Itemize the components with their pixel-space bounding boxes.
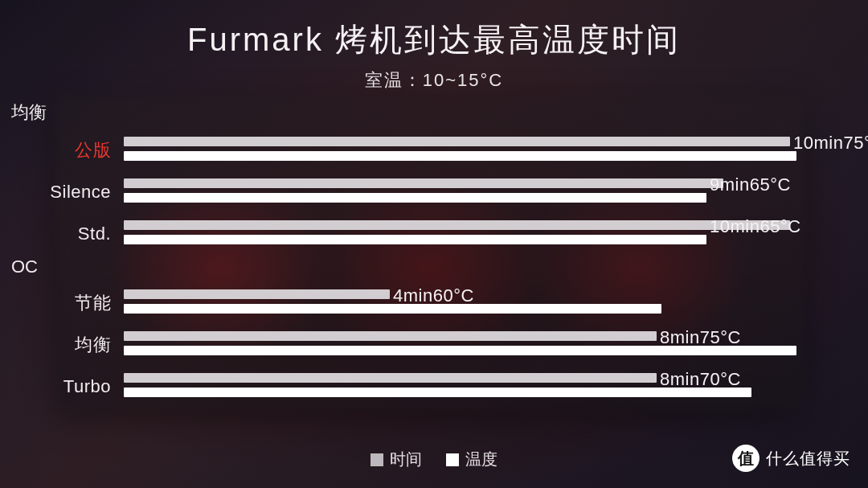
bar-row: Turbo 8min70°C xyxy=(2,366,868,408)
legend-item-temp: 温度 xyxy=(446,449,497,470)
bar-row: 均衡 8min75°C xyxy=(2,324,868,366)
row-label: 节能 xyxy=(2,291,124,315)
watermark-text: 什么值得买 xyxy=(766,448,850,470)
bar-track: 4min60°C xyxy=(124,286,823,320)
chart-title: Furmark 烤机到达最高温度时间 xyxy=(0,0,868,62)
bar-track: 8min75°C xyxy=(124,328,823,362)
furmark-temperature-chart: Furmark 烤机到达最高温度时间 室温：10~15°C 均衡 公版 10mi… xyxy=(0,0,868,488)
bar-value-label: 10min65°C xyxy=(710,216,801,237)
row-label: 均衡 xyxy=(2,333,124,357)
bar-time xyxy=(124,220,790,230)
bar-value-label: 8min70°C xyxy=(660,369,741,390)
bar-time xyxy=(124,373,657,383)
bar-track: 9min65°C xyxy=(124,175,823,209)
bar-time xyxy=(124,289,390,299)
bar-track: 10min75°C xyxy=(124,133,823,167)
chart-subtitle: 室温：10~15°C xyxy=(0,68,868,92)
bar-time xyxy=(124,178,723,188)
watermark-badge-icon: 值 xyxy=(732,445,760,472)
watermark: 值 什么值得买 xyxy=(732,445,850,472)
bar-row: 节能 4min60°C xyxy=(2,282,868,324)
row-label: Turbo xyxy=(2,376,124,397)
chart-groups: 均衡 公版 10min75°C Silence 9min65°C Std. 10… xyxy=(0,92,868,408)
legend-label-time: 时间 xyxy=(390,450,422,468)
bar-temp xyxy=(124,193,706,203)
bar-track: 10min65°C xyxy=(124,217,823,251)
bar-value-label: 8min75°C xyxy=(660,327,741,348)
bar-time xyxy=(124,137,790,146)
bar-row: Std. 10min65°C xyxy=(2,213,868,255)
legend-swatch-temp xyxy=(446,453,459,466)
bar-value-label: 10min75°C xyxy=(793,133,868,154)
bar-time xyxy=(124,331,657,341)
row-label: 公版 xyxy=(2,138,124,162)
legend-label-temp: 温度 xyxy=(465,450,497,468)
bar-row: Silence 9min65°C xyxy=(2,171,868,213)
row-label: Silence xyxy=(2,182,124,203)
bar-temp xyxy=(124,388,751,397)
group-label: OC xyxy=(2,255,868,282)
row-label: Std. xyxy=(2,223,124,244)
bar-temp xyxy=(124,151,796,161)
legend-swatch-time xyxy=(371,453,383,466)
group-label: 均衡 xyxy=(2,99,868,129)
bar-value-label: 4min60°C xyxy=(393,285,474,306)
legend-item-time: 时间 xyxy=(371,449,422,470)
bar-temp xyxy=(124,235,706,244)
bar-value-label: 9min65°C xyxy=(710,174,791,195)
bar-row: 公版 10min75°C xyxy=(2,129,868,171)
bar-track: 8min70°C xyxy=(124,370,823,404)
